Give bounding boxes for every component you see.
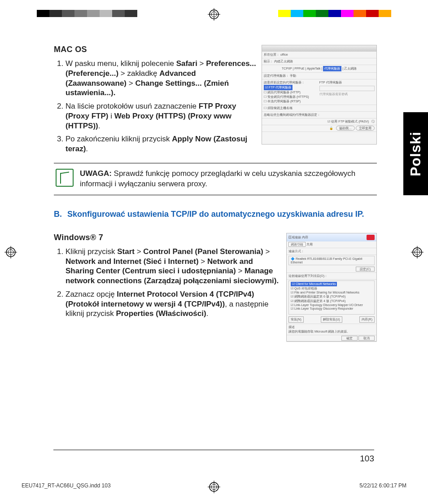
language-tab: Polski bbox=[403, 112, 428, 195]
color-bar-left bbox=[37, 10, 137, 17]
macos-proxy-screenshot: 所在位置： office 顯示： 內建乙太網路 TCP/IP | PPPoE |… bbox=[262, 45, 377, 145]
windows-properties-screenshot: 區域連線 內容 網路功能 共用 連線方式： 🔷 Realtek RTL8168B… bbox=[286, 233, 377, 342]
registration-mark-left bbox=[4, 246, 17, 259]
color-bar-right bbox=[278, 10, 391, 17]
close-icon bbox=[367, 235, 375, 240]
footer-filename: EEU7417_RT-AC66U_QSG.indd 103 bbox=[22, 482, 111, 489]
registration-mark-bottom bbox=[208, 481, 220, 493]
section-b-heading: B. Skonfigurować ustawienia TCP/IP do au… bbox=[54, 209, 377, 219]
note-icon bbox=[56, 169, 74, 187]
note-box: UWAGA: Sprawdź funkcję pomocy przeglądar… bbox=[54, 163, 377, 195]
footer-timestamp: 5/22/12 6:00:17 PM bbox=[359, 482, 406, 489]
page-content: 所在位置： office 顯示： 內建乙太網路 TCP/IP | PPPoE |… bbox=[54, 45, 377, 346]
registration-mark-right bbox=[411, 246, 424, 259]
registration-mark-top bbox=[208, 8, 220, 21]
footer-rule bbox=[53, 450, 374, 450]
page-number: 103 bbox=[360, 454, 374, 464]
note-text: UWAGA: Sprawdź funkcję pomocy przeglądar… bbox=[80, 169, 375, 189]
